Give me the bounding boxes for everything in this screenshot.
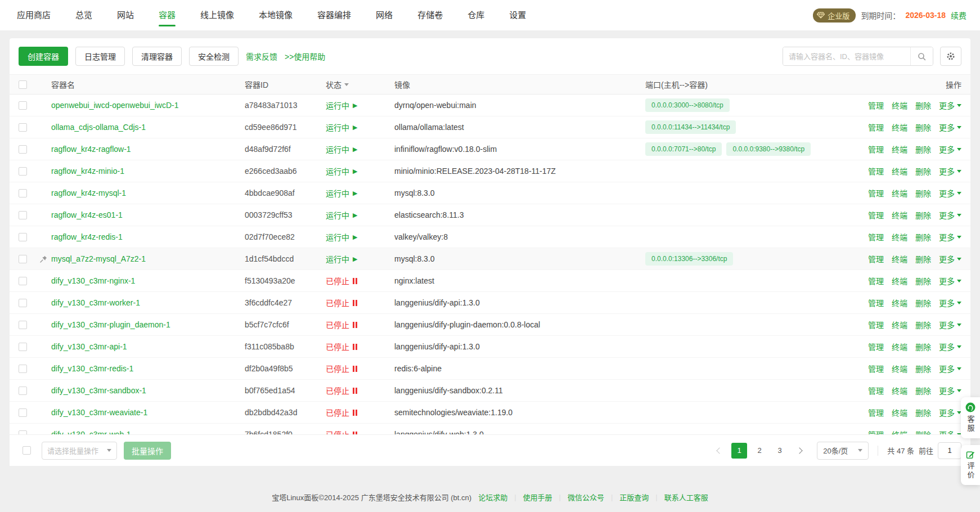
manage-link[interactable]: 管理 [868, 122, 884, 133]
delete-link[interactable]: 删除 [915, 231, 931, 242]
container-name-link[interactable]: dify_v130_c3mr-weaviate-1 [51, 408, 147, 417]
delete-link[interactable]: 删除 [915, 122, 931, 133]
container-name-link[interactable]: ragflow_kr4z-mysql-1 [51, 188, 126, 197]
footer-link-manual[interactable]: 使用手册 [523, 492, 552, 502]
more-link[interactable]: 更多 [939, 143, 961, 155]
terminal-link[interactable]: 终端 [892, 100, 907, 111]
delete-link[interactable]: 删除 [915, 297, 931, 308]
more-link[interactable]: 更多 [939, 429, 961, 434]
container-name-link[interactable]: dify_v130_c3mr-plugin_daemon-1 [51, 320, 170, 329]
container-name-link[interactable]: dify_v130_c3mr-sandbox-1 [51, 386, 146, 395]
nav-item-registry[interactable]: 仓库 [467, 0, 484, 30]
terminal-link[interactable]: 终端 [892, 231, 907, 242]
delete-link[interactable]: 删除 [915, 143, 931, 155]
select-all-checkbox[interactable] [19, 80, 27, 89]
delete-link[interactable]: 删除 [915, 165, 931, 177]
footer-link-support[interactable]: 联系人工客服 [664, 492, 708, 502]
page-button-1[interactable]: 1 [731, 443, 747, 459]
delete-link[interactable]: 删除 [915, 253, 931, 264]
row-checkbox[interactable] [19, 167, 27, 176]
more-link[interactable]: 更多 [939, 275, 961, 286]
more-link[interactable]: 更多 [939, 209, 961, 221]
terminal-link[interactable]: 终端 [892, 319, 907, 330]
terminal-link[interactable]: 终端 [892, 385, 907, 396]
renew-link[interactable]: 续费 [951, 10, 966, 21]
container-name-link[interactable]: ragflow_kr4z-ragflow-1 [51, 145, 131, 154]
delete-link[interactable]: 删除 [915, 341, 931, 352]
batch-select-all-checkbox[interactable] [23, 446, 31, 455]
row-checkbox[interactable] [19, 408, 27, 417]
manage-link[interactable]: 管理 [868, 341, 884, 352]
customer-service-widget[interactable]: 客服 [961, 397, 980, 438]
log-manage-button[interactable]: 日志管理 [75, 47, 125, 66]
goto-page-input[interactable] [938, 442, 961, 459]
manage-link[interactable]: 管理 [868, 253, 884, 264]
terminal-link[interactable]: 终端 [892, 363, 907, 374]
row-checkbox[interactable] [19, 123, 27, 132]
terminal-link[interactable]: 终端 [892, 143, 907, 155]
container-name-link[interactable]: dify_v130_c3mr-web-1 [51, 430, 131, 434]
terminal-link[interactable]: 终端 [892, 341, 907, 352]
help-link[interactable]: >>使用帮助 [285, 51, 325, 62]
container-name-link[interactable]: dify_v130_c3mr-redis-1 [51, 364, 133, 373]
more-link[interactable]: 更多 [939, 319, 961, 330]
security-check-button[interactable]: 安全检测 [189, 47, 239, 66]
terminal-link[interactable]: 终端 [892, 187, 907, 199]
nav-item-settings[interactable]: 设置 [509, 0, 526, 30]
container-name-link[interactable]: ragflow_kr4z-es01-1 [51, 210, 123, 219]
search-button[interactable] [910, 47, 933, 65]
page-size-select[interactable]: 20条/页 [817, 442, 869, 460]
manage-link[interactable]: 管理 [868, 275, 884, 286]
row-checkbox[interactable] [19, 101, 27, 110]
delete-link[interactable]: 删除 [915, 429, 931, 434]
delete-link[interactable]: 删除 [915, 275, 931, 286]
container-name-link[interactable]: dify_v130_c3mr-worker-1 [51, 298, 140, 307]
batch-apply-button[interactable]: 批量操作 [124, 442, 171, 460]
review-widget[interactable]: 评价 [961, 445, 980, 485]
terminal-link[interactable]: 终端 [892, 209, 907, 221]
license-badge[interactable]: 企业版 [813, 8, 856, 23]
manage-link[interactable]: 管理 [868, 363, 884, 374]
terminal-link[interactable]: 终端 [892, 429, 907, 434]
terminal-link[interactable]: 终端 [892, 253, 907, 264]
delete-link[interactable]: 删除 [915, 363, 931, 374]
status-filter-caret-icon[interactable] [344, 83, 349, 86]
table-settings-button[interactable] [940, 47, 961, 66]
nav-item-compose[interactable]: 容器编排 [317, 0, 351, 30]
row-checkbox[interactable] [19, 145, 27, 154]
more-link[interactable]: 更多 [939, 187, 961, 199]
manage-link[interactable]: 管理 [868, 319, 884, 330]
row-checkbox[interactable] [19, 211, 27, 219]
delete-link[interactable]: 删除 [915, 100, 931, 111]
container-name-link[interactable]: openwebui_iwcd-openwebui_iwcD-1 [51, 101, 178, 110]
more-link[interactable]: 更多 [939, 341, 961, 352]
container-name-link[interactable]: mysql_a7z2-mysql_A7z2-1 [51, 254, 146, 263]
next-page-button[interactable] [792, 443, 807, 459]
row-checkbox[interactable] [19, 387, 27, 395]
more-link[interactable]: 更多 [939, 100, 961, 111]
manage-link[interactable]: 管理 [868, 407, 884, 418]
container-name-link[interactable]: ollama_cdjs-ollama_Cdjs-1 [51, 123, 146, 132]
nav-item-local-image[interactable]: 本地镜像 [259, 0, 293, 30]
terminal-link[interactable]: 终端 [892, 165, 907, 177]
more-link[interactable]: 更多 [939, 253, 961, 264]
prev-page-button[interactable] [712, 443, 727, 459]
container-name-link[interactable]: ragflow_kr4z-redis-1 [51, 232, 123, 241]
nav-item-website[interactable]: 网站 [117, 0, 134, 30]
row-checkbox[interactable] [19, 299, 27, 307]
feedback-link[interactable]: 需求反馈 [246, 51, 277, 62]
delete-link[interactable]: 删除 [915, 187, 931, 199]
batch-select[interactable]: 请选择批量操作 [42, 442, 117, 460]
container-name-link[interactable]: ragflow_kr4z-minio-1 [51, 167, 124, 176]
footer-link-forum[interactable]: 论坛求助 [478, 492, 507, 502]
delete-link[interactable]: 删除 [915, 407, 931, 418]
manage-link[interactable]: 管理 [868, 143, 884, 155]
create-container-button[interactable]: 创建容器 [19, 47, 68, 66]
delete-link[interactable]: 删除 [915, 385, 931, 396]
footer-link-wechat[interactable]: 微信公众号 [568, 492, 604, 502]
row-checkbox[interactable] [19, 233, 27, 241]
more-link[interactable]: 更多 [939, 407, 961, 418]
row-checkbox[interactable] [19, 343, 27, 351]
row-checkbox[interactable] [19, 365, 27, 373]
delete-link[interactable]: 删除 [915, 319, 931, 330]
